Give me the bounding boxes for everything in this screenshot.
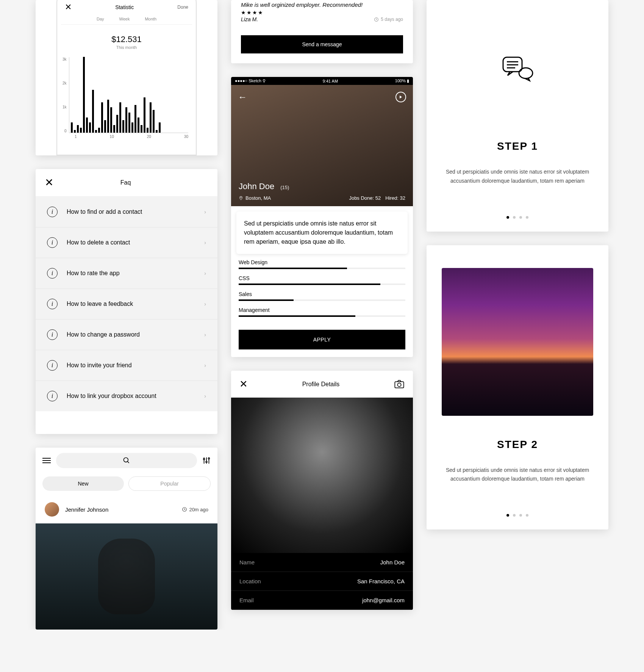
filter-icon[interactable] [202,456,211,465]
feed-image[interactable] [36,523,217,630]
clock-icon [182,507,187,512]
info-icon: i [47,268,58,279]
bar [116,115,118,133]
info-icon: i [47,391,58,401]
chevron-right-icon: › [204,393,206,399]
profile-field[interactable]: NameJohn Doe [231,553,413,572]
faq-item[interactable]: iHow to delete a contact› [36,227,217,258]
bar [77,125,79,133]
faq-label: How to rate the app [67,270,204,277]
avatar[interactable] [45,502,59,517]
step-title: STEP 1 [438,140,597,152]
camera-icon[interactable] [394,380,405,389]
chevron-right-icon: › [204,240,206,246]
bar [83,57,85,133]
chevron-right-icon: › [204,270,206,276]
step-title: STEP 2 [438,439,597,451]
field-value: John Doe [380,559,405,565]
faq-item[interactable]: iHow to link your dropbox account› [36,381,217,411]
reviewer-name: Liza M. [241,16,258,22]
page-dots[interactable] [438,514,597,517]
faq-item[interactable]: iHow to rate the app› [36,258,217,289]
profile-details-card: ✕ Profile Details NameJohn DoeLocationSa… [231,371,413,610]
svg-point-17 [519,68,533,78]
apply-button[interactable]: APPLY [239,330,405,349]
bar [104,120,106,133]
menu-icon[interactable] [42,458,51,463]
page-dots[interactable] [438,216,597,219]
search-input[interactable] [56,453,197,468]
profile-fields: NameJohn DoeLocationSan Francisco, CAEma… [231,553,413,610]
page-title: Profile Details [302,381,340,388]
onboarding-step2-card: STEP 2 Sed ut perspiciatis unde omnis is… [427,245,608,530]
bar [95,130,97,133]
review-text: Mike is well orginized employer. Recomme… [241,2,403,8]
jobs-done: Jobs Done: 52 [349,195,381,201]
chat-icon [499,53,536,87]
skill-row: Sales [239,291,405,301]
svg-rect-11 [395,382,403,388]
status-bar: ●●●●○ Sketch ⚲ 9:41 AM 100% ▮ [231,77,413,85]
bar [119,102,121,133]
bar [125,107,127,133]
faq-label: How to delete a contact [67,239,204,246]
faq-item[interactable]: iHow to invite your friend› [36,350,217,381]
bar [98,128,100,133]
field-label: Location [239,578,261,584]
svg-point-12 [397,383,401,386]
profile-photo[interactable] [231,398,413,553]
skill-label: Sales [239,291,405,297]
info-icon: i [47,299,58,309]
faq-item[interactable]: iHow to change a password› [36,320,217,350]
tab-popular[interactable]: Popular [128,476,211,491]
svg-point-3 [203,459,205,460]
field-label: Name [239,559,255,565]
bar [113,125,115,133]
faq-item[interactable]: iHow to find or add a contact› [36,197,217,227]
skill-row: CSS [239,275,405,285]
bar [159,122,161,133]
field-value: San Francisco, CA [357,578,405,584]
chevron-right-icon: › [204,332,206,338]
feed-card: New Popular Jennifer Johnson 20m ago [36,448,217,630]
faq-item[interactable]: iHow to leave a feedback› [36,289,217,320]
close-icon[interactable]: ✕ [65,2,72,12]
status-time: 9:41 AM [323,79,338,83]
tab-day[interactable]: Day [97,17,104,21]
profile-field[interactable]: LocationSan Francisco, CA [231,572,413,591]
skill-label: CSS [239,275,405,281]
skill-label: Web Design [239,259,405,265]
play-icon[interactable] [395,92,406,102]
star-rating: ★★★★ [241,9,403,16]
bar [153,110,155,133]
profile-hero: ← John Doe (15) Boston, MA [231,85,413,206]
feed-timestamp: 20m ago [182,507,208,512]
send-message-button[interactable]: Send a message [241,35,403,53]
close-icon[interactable]: ✕ [45,177,53,188]
profile-card: ●●●●○ Sketch ⚲ 9:41 AM 100% ▮ ← John Doe… [231,77,413,357]
faq-list: iHow to find or add a contact›iHow to de… [36,197,217,411]
bar [74,130,76,133]
faq-label: How to find or add a contact [67,208,204,215]
faq-label: How to link your dropbox account [67,393,204,399]
info-icon: i [47,360,58,371]
profile-name: John Doe [239,182,274,191]
statistic-card: ✕ Statistic Done Day Week Month $12.531 … [36,0,217,155]
bar [144,97,145,133]
tab-month[interactable]: Month [145,17,156,21]
done-button[interactable]: Done [177,5,188,10]
close-icon[interactable]: ✕ [239,378,248,390]
period-tabs: Day Week Month [61,17,192,25]
bar [134,105,136,133]
skills-list: Web DesignCSSSalesManagement [231,259,413,330]
tab-week[interactable]: Week [119,17,130,21]
profile-field[interactable]: Emailjohn@gmail.com [231,591,413,610]
chevron-right-icon: › [204,301,206,307]
field-label: Email [239,597,254,603]
chevron-right-icon: › [204,209,206,215]
bar [150,102,152,133]
hired-count: Hired: 32 [385,195,405,201]
tab-new[interactable]: New [42,476,124,491]
feed-author[interactable]: Jennifer Johnson [65,506,176,513]
back-icon[interactable]: ← [238,92,247,102]
